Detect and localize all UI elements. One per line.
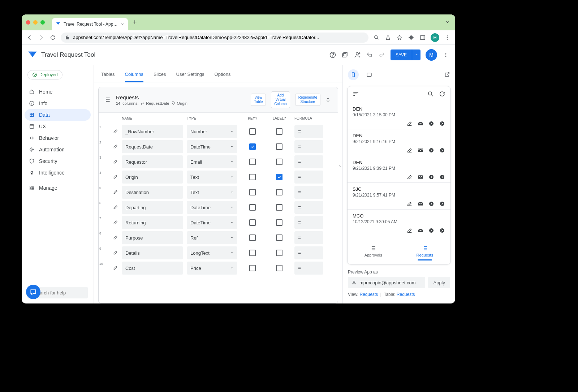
column-name-input[interactable] bbox=[122, 171, 183, 184]
label-checkbox[interactable] bbox=[276, 250, 282, 256]
undo-icon[interactable] bbox=[366, 51, 373, 59]
column-type-select[interactable]: Email bbox=[187, 155, 237, 168]
key-checkbox[interactable] bbox=[249, 234, 256, 241]
label-checkbox[interactable] bbox=[276, 265, 282, 271]
key-checkbox[interactable] bbox=[249, 265, 256, 271]
apply-button[interactable]: Apply bbox=[428, 277, 450, 288]
sidebar-item-data[interactable]: Data bbox=[25, 109, 91, 121]
formula-field[interactable]: = bbox=[294, 186, 323, 199]
view-table-button[interactable]: View Table bbox=[251, 94, 266, 106]
tab-user-settings[interactable]: User Settings bbox=[176, 69, 204, 82]
maximize-window[interactable] bbox=[40, 20, 45, 25]
next-icon[interactable] bbox=[439, 201, 445, 207]
list-item[interactable]: DEN 9/15/2021 3:15:00 PM bbox=[348, 103, 450, 129]
list-item[interactable]: SJC 9/21/2021 9:57:41 PM bbox=[348, 183, 450, 210]
expand-panel-icon[interactable] bbox=[337, 159, 342, 173]
add-virtual-column-button[interactable]: Add Virtual Column bbox=[271, 91, 290, 108]
preview-mobile-icon[interactable] bbox=[348, 69, 359, 80]
view-link[interactable]: Requests bbox=[359, 292, 378, 297]
column-name-input[interactable] bbox=[122, 216, 183, 229]
share-icon[interactable] bbox=[384, 34, 392, 41]
column-name-input[interactable] bbox=[122, 231, 183, 244]
regenerate-button[interactable]: Regenerate Structure bbox=[295, 94, 320, 106]
formula-field[interactable]: = bbox=[294, 155, 323, 168]
close-tab-icon[interactable] bbox=[121, 22, 124, 26]
list-item[interactable]: DEN 9/21/2021 9:16:16 PM bbox=[348, 129, 450, 156]
next-icon[interactable] bbox=[439, 147, 445, 154]
edit-icon[interactable] bbox=[406, 174, 413, 180]
edit-column-icon[interactable] bbox=[113, 265, 118, 271]
label-checkbox[interactable] bbox=[276, 234, 282, 241]
next-icon[interactable] bbox=[439, 120, 445, 127]
sidebar-item-ux[interactable]: UX bbox=[25, 121, 91, 132]
next-icon[interactable] bbox=[428, 201, 435, 207]
mail-icon[interactable] bbox=[417, 174, 424, 180]
formula-field[interactable]: = bbox=[294, 140, 323, 153]
app-menu-icon[interactable] bbox=[442, 51, 449, 59]
redo-icon[interactable] bbox=[378, 51, 385, 59]
edit-column-icon[interactable] bbox=[113, 204, 118, 211]
search-icon[interactable] bbox=[373, 34, 380, 41]
app-avatar[interactable]: M bbox=[426, 49, 437, 61]
preview-as-field[interactable]: mprocopio@appsheet.com bbox=[348, 277, 425, 288]
next-icon[interactable] bbox=[439, 174, 445, 180]
column-type-select[interactable]: DateTime bbox=[187, 201, 237, 214]
column-type-select[interactable]: Number bbox=[187, 125, 237, 138]
column-type-select[interactable]: LongText bbox=[187, 246, 237, 259]
formula-field[interactable]: = bbox=[294, 262, 323, 275]
help-search-input[interactable] bbox=[34, 290, 95, 296]
edit-column-icon[interactable] bbox=[113, 144, 118, 150]
key-checkbox[interactable] bbox=[249, 128, 256, 135]
mail-icon[interactable] bbox=[417, 120, 424, 127]
sidebar-item-info[interactable]: Info bbox=[25, 98, 91, 109]
url-field[interactable] bbox=[61, 33, 368, 43]
label-checkbox[interactable] bbox=[276, 174, 282, 180]
edit-column-icon[interactable] bbox=[113, 235, 118, 241]
sidebar-item-home[interactable]: Home bbox=[25, 86, 91, 98]
url-input[interactable] bbox=[73, 35, 364, 40]
label-checkbox[interactable] bbox=[276, 143, 282, 150]
nav-forward-icon[interactable] bbox=[38, 34, 45, 41]
save-dropdown[interactable] bbox=[412, 49, 420, 60]
sort-icon[interactable] bbox=[353, 91, 359, 98]
tab-columns[interactable]: Columns bbox=[125, 69, 143, 82]
label-checkbox[interactable] bbox=[276, 219, 282, 226]
tab-options[interactable]: Options bbox=[215, 69, 231, 82]
tabs-overflow[interactable] bbox=[445, 20, 450, 26]
list-item[interactable]: DEN 9/21/2021 9:39:21 PM bbox=[348, 156, 450, 183]
refresh-icon[interactable] bbox=[439, 91, 445, 98]
list-item[interactable]: MCO 10/12/2021 9:39:05 AM bbox=[348, 210, 450, 236]
column-type-select[interactable]: DateTime bbox=[187, 216, 237, 229]
column-name-input[interactable] bbox=[122, 262, 183, 275]
minimize-window[interactable] bbox=[33, 20, 38, 25]
next-icon[interactable] bbox=[428, 174, 435, 180]
copy-icon[interactable] bbox=[341, 51, 349, 59]
chat-fab[interactable] bbox=[26, 285, 40, 299]
edit-column-icon[interactable] bbox=[113, 220, 118, 226]
column-name-input[interactable] bbox=[122, 186, 183, 199]
mail-icon[interactable] bbox=[417, 201, 424, 207]
key-checkbox[interactable] bbox=[249, 143, 256, 150]
column-name-input[interactable] bbox=[122, 125, 183, 138]
sidebar-item-behavior[interactable]: Behavior bbox=[25, 132, 91, 144]
add-user-icon[interactable] bbox=[354, 51, 361, 59]
preview-tablet-icon[interactable] bbox=[364, 69, 375, 80]
key-checkbox[interactable] bbox=[249, 250, 256, 256]
reload-icon[interactable] bbox=[49, 34, 56, 41]
next-icon[interactable] bbox=[439, 227, 445, 234]
column-name-input[interactable] bbox=[122, 155, 183, 168]
help-icon[interactable] bbox=[329, 51, 336, 59]
bookmark-icon[interactable] bbox=[396, 34, 403, 41]
open-external-icon[interactable] bbox=[444, 72, 450, 78]
edit-column-icon[interactable] bbox=[113, 174, 118, 180]
nav-back-icon[interactable] bbox=[26, 34, 33, 41]
next-icon[interactable] bbox=[428, 147, 435, 154]
mail-icon[interactable] bbox=[417, 147, 424, 154]
label-checkbox[interactable] bbox=[276, 204, 282, 211]
formula-field[interactable]: = bbox=[294, 201, 323, 214]
column-type-select[interactable]: Ref bbox=[187, 231, 237, 244]
browser-menu-icon[interactable] bbox=[444, 34, 451, 41]
column-name-input[interactable] bbox=[122, 246, 183, 259]
sidepanel-icon[interactable] bbox=[419, 34, 426, 41]
edit-icon[interactable] bbox=[406, 147, 413, 154]
